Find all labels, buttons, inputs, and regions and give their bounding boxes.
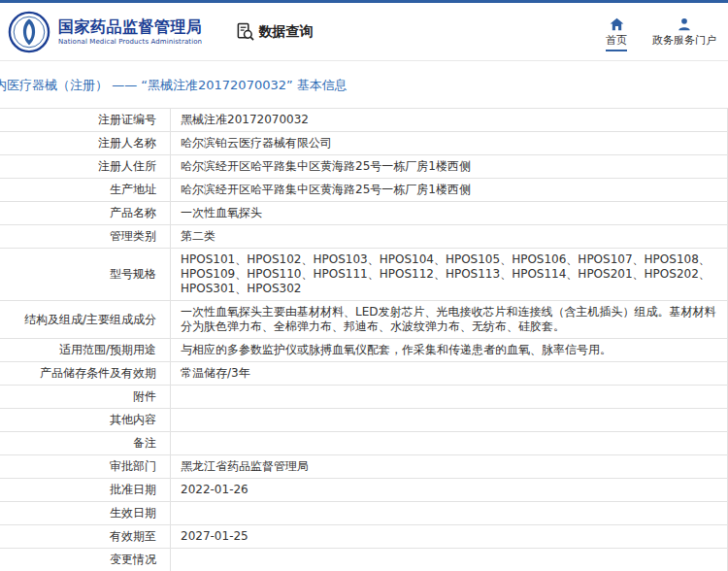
table-row: 其他内容 (0, 409, 728, 432)
field-label: 其他内容 (0, 409, 171, 432)
field-label: 生效日期 (0, 502, 171, 525)
table-row: 批准日期2022-01-26 (0, 479, 728, 502)
table-row: 附件 (0, 386, 728, 409)
table-row: 注册证编号黑械注准20172070032 (0, 109, 728, 132)
field-value: HPOS101、HPOS102、HPOS103、HPOS104、HPOS105、… (171, 249, 728, 301)
field-label: 有效期至 (0, 525, 171, 549)
table-row: 产品名称一次性血氧探头 (0, 202, 728, 225)
field-label: 型号规格 (0, 249, 171, 301)
user-icon (678, 17, 691, 31)
field-label: 备注 (0, 432, 171, 455)
data-query-icon (236, 22, 254, 41)
header-nav: 首页 政务服务门户 (606, 12, 716, 51)
field-value (171, 502, 728, 525)
field-label: 审批部门 (0, 455, 171, 479)
field-value: 2027-01-25 (171, 525, 728, 549)
field-value: 2022-01-26 (171, 479, 728, 502)
table-row: 变更情况 (0, 549, 728, 571)
field-value: 黑械注准20172070032 (171, 109, 728, 132)
nav-home-label: 首页 (606, 35, 627, 47)
field-label: 管理类别 (0, 225, 171, 249)
nav-portal[interactable]: 政务服务门户 (652, 17, 716, 50)
table-row: 产品储存条件及有效期常温储存/3年 (0, 362, 728, 386)
brand-home-link[interactable]: 国家药品监督管理局 National Medical Products Admi… (8, 11, 203, 53)
breadcrumb: 内医疗器械（注册） —— “黑械注准20172070032” 基本信息 (0, 78, 728, 93)
table-row: 生效日期 (0, 502, 728, 525)
field-value (171, 409, 728, 432)
field-value: 哈尔滨铂云医疗器械有限公司 (171, 132, 728, 155)
table-row: 注册人名称哈尔滨铂云医疗器械有限公司 (0, 132, 728, 155)
field-value (171, 432, 728, 455)
table-row: 结构及组成/主要组成成分一次性血氧探头主要由基材材料、LED发射芯片、光电接收芯… (0, 301, 728, 339)
registration-info-table: 注册证编号黑械注准20172070032注册人名称哈尔滨铂云医疗器械有限公司注册… (0, 108, 728, 571)
field-value: 哈尔滨经开区哈平路集中区黄海路25号一栋厂房1楼西侧 (171, 155, 728, 179)
field-label: 适用范围/预期用途 (0, 339, 171, 362)
field-value: 常温储存/3年 (171, 362, 728, 386)
home-icon (610, 17, 624, 31)
table-row: 备注 (0, 432, 728, 455)
field-value (171, 549, 728, 571)
field-label: 生产地址 (0, 179, 171, 202)
table-row: 审批部门黑龙江省药品监督管理局 (0, 455, 728, 479)
data-query-title: 数据查询 (236, 22, 314, 41)
field-label: 注册人住所 (0, 155, 171, 179)
agency-name-cn: 国家药品监督管理局 (58, 17, 203, 36)
table-row: 管理类别第二类 (0, 225, 728, 249)
table-row: 注册人住所哈尔滨经开区哈平路集中区黄海路25号一栋厂房1楼西侧 (0, 155, 728, 179)
field-label: 注册人名称 (0, 132, 171, 155)
field-value: 一次性血氧探头主要由基材材料、LED发射芯片、光电接收芯片和连接线（含主机插头）… (171, 301, 728, 339)
nav-home[interactable]: 首页 (606, 17, 627, 51)
field-value: 第二类 (171, 225, 728, 249)
field-label: 结构及组成/主要组成成分 (0, 301, 171, 339)
agency-name-en: National Medical Products Administration (58, 38, 203, 46)
field-label: 产品储存条件及有效期 (0, 362, 171, 386)
data-query-label: 数据查询 (259, 23, 314, 41)
field-label: 批准日期 (0, 479, 171, 502)
main-content: 内医疗器械（注册） —— “黑械注准20172070032” 基本信息 注册证编… (0, 61, 728, 571)
table-row: 生产地址哈尔滨经开区哈平路集中区黄海路25号一栋厂房1楼西侧 (0, 179, 728, 202)
field-value (171, 386, 728, 409)
info-table-body: 注册证编号黑械注准20172070032注册人名称哈尔滨铂云医疗器械有限公司注册… (0, 109, 728, 571)
field-label: 注册证编号 (0, 109, 171, 132)
field-value: 与相应的多参数监护仪或脉搏血氧仪配套，作采集和传递患者的血氧、脉率信号用。 (171, 339, 728, 362)
field-value: 黑龙江省药品监督管理局 (171, 455, 728, 479)
field-label: 附件 (0, 386, 171, 409)
table-row: 适用范围/预期用途与相应的多参数监护仪或脉搏血氧仪配套，作采集和传递患者的血氧、… (0, 339, 728, 362)
table-row: 型号规格HPOS101、HPOS102、HPOS103、HPOS104、HPOS… (0, 249, 728, 301)
page: 国家药品监督管理局 National Medical Products Admi… (0, 0, 728, 571)
table-row: 有效期至2027-01-25 (0, 525, 728, 549)
nav-portal-label: 政务服务门户 (652, 35, 716, 47)
field-value: 哈尔滨经开区哈平路集中区黄海路25号一栋厂房1楼西侧 (171, 179, 728, 202)
field-value: 一次性血氧探头 (171, 202, 728, 225)
brand-text: 国家药品监督管理局 National Medical Products Admi… (58, 17, 203, 46)
field-label: 变更情况 (0, 549, 171, 571)
site-header: 国家药品监督管理局 National Medical Products Admi… (0, 3, 728, 61)
nmpa-logo-icon (8, 11, 50, 53)
field-label: 产品名称 (0, 202, 171, 225)
